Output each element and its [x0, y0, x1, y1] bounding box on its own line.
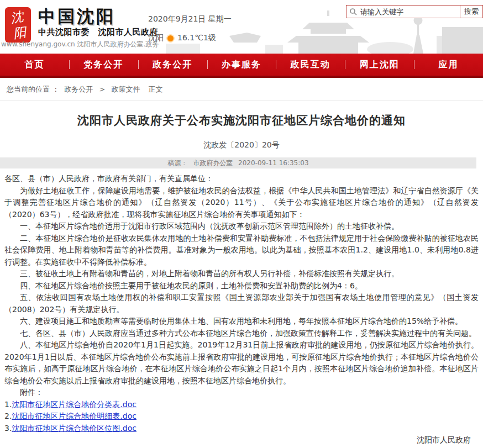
article-paragraph: 八、本征地区片综合地价自2020年1月1日起实施。2019年12月31日前上报省…: [4, 339, 479, 387]
search-box: 搜索: [346, 5, 483, 18]
nav-item[interactable]: 政民互动: [276, 54, 345, 76]
site-subtitle: 中共沈阳市委 沈阳市人民政府: [38, 27, 158, 38]
date-weather-block: 2020年9月21日 星期一 沈阳 16.1℃1级: [148, 14, 232, 43]
nav-link[interactable]: 办事服务: [222, 59, 261, 71]
nav-link[interactable]: 政务公开: [153, 59, 192, 71]
sun-icon: [167, 35, 174, 41]
main-nav: 首页 党务公开 政务公开 办事服务 政民互动 网上沈阳 应用: [0, 54, 483, 78]
breadcrumb-current: 正文: [149, 85, 163, 93]
site-logo[interactable]: 沈 阳 中国沈阳 中共沈阳市委 沈阳市人民政府: [4, 6, 158, 44]
signature-block: 沈阳市人民政府 2020年9月10日: [4, 434, 479, 448]
nav-item[interactable]: 办事服务: [207, 54, 276, 76]
nav-item[interactable]: 党务公开: [69, 54, 138, 76]
attachment-item: 3.沈阳市征地区片综合地价区位图.doc: [4, 423, 479, 435]
site-header: 沈 阳 中国沈阳 中共沈阳市委 沈阳市人民政府 www.shenyang.gov…: [0, 0, 483, 54]
attachment-number: 1.: [4, 400, 12, 409]
nav-link[interactable]: 党务公开: [83, 59, 123, 71]
paragraph-list: 为做好土地征收工作，保障建设用地需要，维护被征地农民的合法权益，根据《中华人民共…: [4, 185, 479, 387]
article: 沈阳市人民政府关于公布实施沈阳市征地区片综合地价的通知 沈政发〔2020〕20号…: [0, 113, 483, 448]
source-value: 市政府办公室: [193, 159, 233, 167]
nav-link[interactable]: 首页: [24, 59, 44, 71]
breadcrumb-separator: >: [99, 85, 105, 93]
breadcrumb-prefix: 您当前的位置 ：: [7, 85, 59, 93]
logo-texts: 中国沈阳 中共沈阳市委 沈阳市人民政府: [38, 6, 158, 44]
article-greeting: 各区、县（市）人民政府，市政府有关部门，有关直属单位：: [4, 173, 479, 185]
source-bar: 稿源： 市政府办公室 2020-09-11 16:35:03: [0, 157, 476, 168]
attachment-number: 3.: [4, 424, 12, 433]
search-button[interactable]: 搜索: [460, 6, 482, 18]
weather-city: 沈阳: [148, 33, 164, 43]
publish-timestamp: 2020-09-11 16:35:03: [238, 159, 308, 167]
article-title: 沈阳市人民政府关于公布实施沈阳市征地区片综合地价的通知: [11, 113, 472, 128]
attachment-number: 2.: [4, 412, 12, 420]
nav-link[interactable]: 政民互动: [291, 59, 330, 71]
search-icon: [347, 8, 359, 15]
nav-link[interactable]: 网上沈阳: [360, 59, 400, 71]
article-paragraph: 二、本征地区片综合地价是征收农民集体农用地的土地补偿费和安置补助费标准，不包括法…: [4, 233, 479, 268]
page: 沈 阳 中国沈阳 中共沈阳市委 沈阳市人民政府 www.shenyang.gov…: [0, 0, 483, 448]
current-date: 2020年9月21日 星期一: [148, 14, 232, 24]
nav-item[interactable]: 应用: [414, 54, 483, 76]
signature-issuer: 沈阳市人民政府: [4, 434, 471, 446]
signature-date: 2020年9月10日: [4, 446, 471, 448]
article-paragraph: 五、依法收回国有农场土地使用权的补偿和职工安置按照《国土资源部农业部关于加强国有…: [4, 292, 479, 315]
source-label: 稿源：: [167, 159, 187, 167]
seal-icon: 沈 阳: [4, 6, 32, 44]
attachment-link[interactable]: 沈阳市征地区片综合地价分类表.doc: [12, 400, 136, 409]
nav-item[interactable]: 政务公开: [138, 54, 207, 76]
article-paragraph: 一、本征地区片综合地价适用于沈阳市行政区域范围内（沈抚改革创新示范区管理范围除外…: [4, 220, 479, 233]
nav-link[interactable]: 应用: [439, 59, 459, 71]
weather-row: 沈阳 16.1℃1级: [148, 33, 232, 43]
attachment-item: 1.沈阳市征地区片综合地价分类表.doc: [4, 399, 479, 411]
nav-list: 首页 党务公开 政务公开 办事服务 政民互动 网上沈阳 应用: [0, 54, 483, 76]
article-paragraph: 六、建设项目施工和地质勘查等需要临时使用集体土地、国有农用地和未利用地，每年按照…: [4, 315, 479, 328]
attachment-link[interactable]: 沈阳市征地区片综合地价明细表.doc: [12, 412, 136, 420]
search-input[interactable]: [359, 7, 460, 17]
site-title: 中国沈阳: [38, 7, 158, 25]
article-body: 各区、县（市）人民政府，市政府有关部门，有关直属单位： 为做好土地征收工作，保障…: [0, 168, 483, 448]
article-paragraph: 为做好土地征收工作，保障建设用地需要，维护被征地农民的合法权益，根据《中华人民共…: [4, 185, 479, 221]
article-paragraph: 三、被征收土地上有附着物和青苗的，对地上附着物和青苗的所有权人另行补偿，补偿标准…: [4, 268, 479, 280]
article-paragraph: 七、各区、县（市）人民政府应当通过多种方式公布本征地区片综合地价，加强政策宣传解…: [4, 328, 479, 340]
article-paragraph: 四、本征地区片综合地价按照主要用于被征地农民的原则，土地补偿费和安置补助费的比例…: [4, 280, 479, 292]
attachment-list: 1.沈阳市征地区片综合地价分类表.doc 2.沈阳市征地区片综合地价明细表.do…: [4, 399, 479, 435]
site-url-line: www.shenyang.gov.cn 沈阳市人民政府办公室.政务: [1, 40, 159, 49]
nav-item[interactable]: 网上沈阳: [345, 54, 414, 76]
breadcrumb-link-zwgk[interactable]: 政务公开: [64, 85, 93, 93]
doc-number: 沈政发〔2020〕20号: [0, 140, 483, 150]
attachment-link[interactable]: 沈阳市征地区片综合地价区位图.doc: [12, 424, 136, 433]
breadcrumb-link-zcwj[interactable]: 政策文件: [111, 85, 140, 93]
weather-info: 16.1℃1级: [177, 33, 216, 43]
attachments-label: 附件：: [4, 387, 479, 399]
nav-item[interactable]: 首页: [0, 54, 69, 76]
attachment-item: 2.沈阳市征地区片综合地价明细表.doc: [4, 410, 479, 423]
breadcrumb: 您当前的位置 ： 政务公开 > 政策文件 正文: [0, 78, 483, 101]
